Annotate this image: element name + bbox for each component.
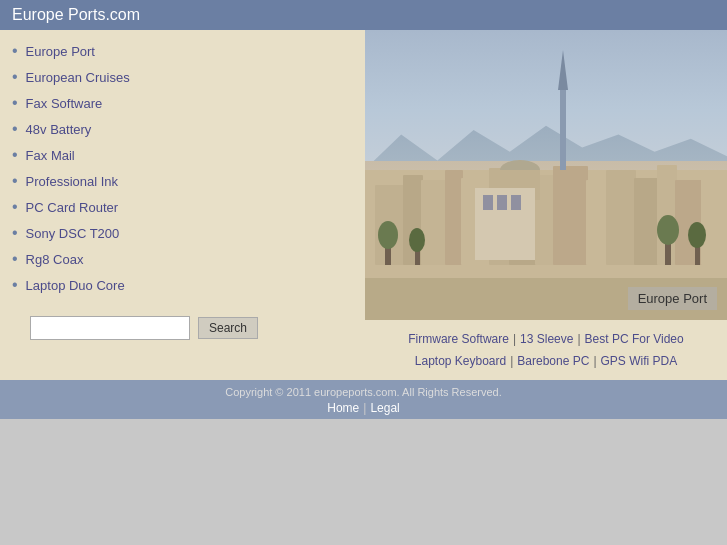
nav-bullet: • [12,121,18,137]
nav-bullet: • [12,147,18,163]
nav-label: Europe Port [26,44,95,59]
nav-item[interactable]: •Laptop Duo Core [0,272,365,298]
footer-link[interactable]: Home [327,401,359,415]
nav-label: Fax Software [26,96,103,111]
nav-label: PC Card Router [26,200,118,215]
quick-link[interactable]: Firmware Software [408,332,509,346]
link-separator: | [593,354,596,368]
nav-list: •Europe Port•European Cruises•Fax Softwa… [0,38,365,298]
quick-link[interactable]: Best PC For Video [585,332,684,346]
quick-link[interactable]: GPS Wifi PDA [601,354,678,368]
quick-link[interactable]: Barebone PC [517,354,589,368]
svg-point-25 [378,221,398,249]
sidebar: •Europe Port•European Cruises•Fax Softwa… [0,30,365,380]
svg-rect-15 [701,172,727,265]
links-row-1: Firmware Software|13 Sleeve|Best PC For … [365,328,727,350]
nav-item[interactable]: •48v Battery [0,116,365,142]
nav-label: Sony DSC T200 [26,226,120,241]
svg-rect-21 [483,195,493,210]
svg-rect-4 [445,170,463,265]
nav-item[interactable]: •Europe Port [0,38,365,64]
right-panel: Europe Port Firmware Software|13 Sleeve|… [365,30,727,380]
search-input[interactable] [30,316,190,340]
nav-item[interactable]: •Rg8 Coax [0,246,365,272]
svg-rect-22 [497,195,507,210]
svg-rect-10 [586,180,608,265]
hero-image: Europe Port [365,30,727,320]
svg-point-27 [409,228,425,252]
nav-item[interactable]: •PC Card Router [0,194,365,220]
nav-label: Rg8 Coax [26,252,84,267]
app: Europe Ports.com •Europe Port•European C… [0,0,727,419]
nav-bullet: • [12,199,18,215]
svg-rect-9 [553,166,588,265]
links-row-2: Laptop Keyboard|Barebone PC|GPS Wifi PDA [365,350,727,372]
footer-separator: | [363,401,366,415]
nav-bullet: • [12,225,18,241]
footer-link[interactable]: Legal [370,401,399,415]
search-button[interactable]: Search [198,317,258,339]
svg-point-29 [657,215,679,245]
nav-bullet: • [12,69,18,85]
search-area: Search [0,298,365,358]
svg-marker-17 [558,50,568,90]
site-title: Europe Ports.com [12,6,715,24]
svg-rect-23 [511,195,521,210]
links-area: Firmware Software|13 Sleeve|Best PC For … [365,320,727,380]
nav-bullet: • [12,43,18,59]
nav-bullet: • [12,251,18,267]
nav-item[interactable]: •Fax Mail [0,142,365,168]
nav-label: Professional Ink [26,174,119,189]
svg-rect-12 [634,178,659,265]
quick-link[interactable]: Laptop Keyboard [415,354,506,368]
main-content: •Europe Port•European Cruises•Fax Softwa… [0,30,727,380]
city-skyline-svg [365,30,727,320]
nav-label: Fax Mail [26,148,75,163]
nav-bullet: • [12,277,18,293]
link-separator: | [577,332,580,346]
svg-rect-16 [560,90,566,170]
nav-label: Laptop Duo Core [26,278,125,293]
link-separator: | [510,354,513,368]
nav-bullet: • [12,173,18,189]
nav-item[interactable]: •Professional Ink [0,168,365,194]
nav-bullet: • [12,95,18,111]
footer-copyright: Copyright © 2011 europeports.com. All Ri… [0,386,727,398]
footer: Copyright © 2011 europeports.com. All Ri… [0,380,727,419]
svg-point-31 [688,222,706,248]
hero-badge-text: Europe Port [638,291,707,306]
nav-label: European Cruises [26,70,130,85]
nav-item[interactable]: •Sony DSC T200 [0,220,365,246]
svg-rect-11 [606,170,636,265]
nav-label: 48v Battery [26,122,92,137]
link-separator: | [513,332,516,346]
nav-item[interactable]: •Fax Software [0,90,365,116]
header: Europe Ports.com [0,0,727,30]
quick-link[interactable]: 13 Sleeve [520,332,573,346]
hero-badge: Europe Port [628,287,717,310]
footer-links: Home|Legal [0,401,727,415]
svg-rect-3 [421,180,446,265]
nav-item[interactable]: •European Cruises [0,64,365,90]
